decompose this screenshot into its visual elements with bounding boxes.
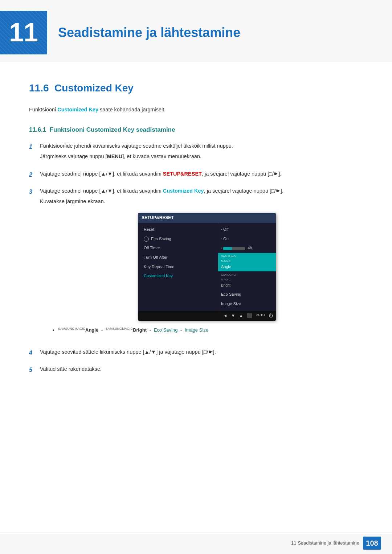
step-3-text: Vajutage seadmel nuppe [▲/▼], et liikuda… — [40, 187, 363, 195]
btn-down: ▼ — [231, 312, 235, 319]
option-samsung-magic-angle: SAMSUNGMAGICAngle — [58, 327, 100, 333]
option-eco-saving: Eco Saving — [154, 327, 178, 333]
step-3-content: Vajutage seadmel nuppe [▲/▼], et liikuda… — [40, 187, 363, 341]
customized-key-bold: Customized Key — [57, 107, 98, 112]
customized-key-bold-2: Customized Key — [163, 188, 204, 194]
value-bar: · 4h — [218, 243, 276, 253]
section-heading: 11.6 Customized Key — [29, 80, 363, 97]
value-off: · Off — [218, 225, 276, 234]
step-1-subtext: Järgmiseks vajutage nuppu [MENU], et kuv… — [40, 152, 363, 161]
btn-enter: ⬛ — [247, 312, 252, 319]
value-magic-angle: SAMSUNG MAGIC Angle — [218, 253, 276, 271]
value-on: · On — [218, 234, 276, 244]
option-image-size: Image Size — [185, 327, 208, 333]
step-1-content: Funktsioonide juhendi kuvamiseks vajutag… — [40, 142, 363, 163]
options-line: SAMSUNGMAGICAngle - SAMSUNGMAGICBright -… — [58, 326, 363, 334]
value-magic-bright: SAMSUNG MAGIC Bright — [218, 271, 276, 290]
options-list: SAMSUNGMAGICAngle - SAMSUNGMAGICBright -… — [40, 326, 363, 334]
steps-list: 1 Funktsioonide juhendi kuvamiseks vajut… — [29, 142, 363, 376]
btn-power: ⏻ — [269, 312, 273, 319]
step-3-number: 3 — [29, 187, 40, 197]
step-5-text: Valitud säte rakendatakse. — [40, 365, 363, 373]
menu-reset: Reset — [138, 225, 218, 234]
menu-customized-key: Customized Key — [138, 271, 218, 281]
screen-menu: Reset Eco Saving Off Timer Turn Off Afte… — [138, 223, 218, 311]
screen-title-bar: SETUP&RESET — [138, 213, 276, 223]
step-4-content: Vajutage soovitud sättele liikumiseks nu… — [40, 348, 363, 358]
screen-mockup-container: SETUP&RESET Reset Eco Saving Off Timer T… — [51, 213, 363, 321]
step-5: 5 Valitud säte rakendatakse. — [29, 365, 363, 376]
step-5-content: Valitud säte rakendatakse. — [40, 365, 363, 376]
menu-off-timer: Off Timer — [138, 243, 218, 253]
value-image-size: Image Size — [218, 299, 276, 309]
btn-up: ▲ — [239, 312, 243, 319]
menu-key-repeat-time: Key Repeat Time — [138, 262, 218, 272]
page-footer: 11 Seadistamine ja lähtestamine 108 — [0, 532, 392, 554]
btn-left: ◄ — [223, 312, 227, 319]
step-3-subtext: Kuvatakse järgmine ekraan. — [40, 197, 363, 206]
step-2: 2 Vajutage seadmel nuppe [▲/▼], et liiku… — [29, 170, 363, 180]
setup-reset-bold: SETUP&RESET — [163, 171, 202, 177]
footer-chapter-label: 11 Seadistamine ja lähtestamine — [291, 539, 359, 547]
screen-values: · Off · On · 4h SAMSUNG MAGIC Angle — [218, 223, 276, 311]
step-1: 1 Funktsioonide juhendi kuvamiseks vajut… — [29, 142, 363, 163]
value-eco-saving: Eco Saving — [218, 290, 276, 299]
btn-auto: AUTO — [256, 312, 265, 319]
main-content: 11.6 Customized Key Funktsiooni Customiz… — [0, 73, 392, 411]
screen-bottom-bar: ◄ ▼ ▲ ⬛ AUTO — [138, 311, 276, 321]
step-4-number: 4 — [29, 348, 40, 358]
step-4-text: Vajutage soovitud sättele liikumiseks nu… — [40, 348, 363, 356]
step-4: 4 Vajutage soovitud sättele liikumiseks … — [29, 348, 363, 358]
option-samsung-magic-bright: SAMSUNGMAGICBright — [106, 327, 148, 333]
step-2-text: Vajutage seadmel nuppe [▲/▼], et liikuda… — [40, 170, 363, 178]
step-3: 3 Vajutage seadmel nuppe [▲/▼], et liiku… — [29, 187, 363, 341]
step-2-content: Vajutage seadmel nuppe [▲/▼], et liikuda… — [40, 170, 363, 180]
page-number-box: 108 — [363, 537, 381, 550]
menu-eco-saving: Eco Saving — [138, 234, 218, 244]
progress-bar — [223, 247, 245, 250]
screen-mockup: SETUP&RESET Reset Eco Saving Off Timer T… — [138, 213, 276, 321]
step-1-number: 1 — [29, 142, 40, 152]
chapter-title: Seadistamine ja lähtestamine — [58, 22, 240, 43]
step-5-number: 5 — [29, 365, 40, 375]
chapter-number: 11 — [0, 11, 47, 54]
subsection-heading: 11.6.1 Funktsiooni Customized Key seadis… — [29, 125, 363, 135]
intro-paragraph: Funktsiooni Customized Key saate kohanda… — [29, 106, 363, 114]
step-2-number: 2 — [29, 170, 40, 180]
menu-turn-off-after: Turn Off After — [138, 253, 218, 262]
screen-body: Reset Eco Saving Off Timer Turn Off Afte… — [138, 223, 276, 311]
step-1-text: Funktsioonide juhendi kuvamiseks vajutag… — [40, 142, 363, 150]
chapter-header: 11 Seadistamine ja lähtestamine — [0, 0, 392, 62]
